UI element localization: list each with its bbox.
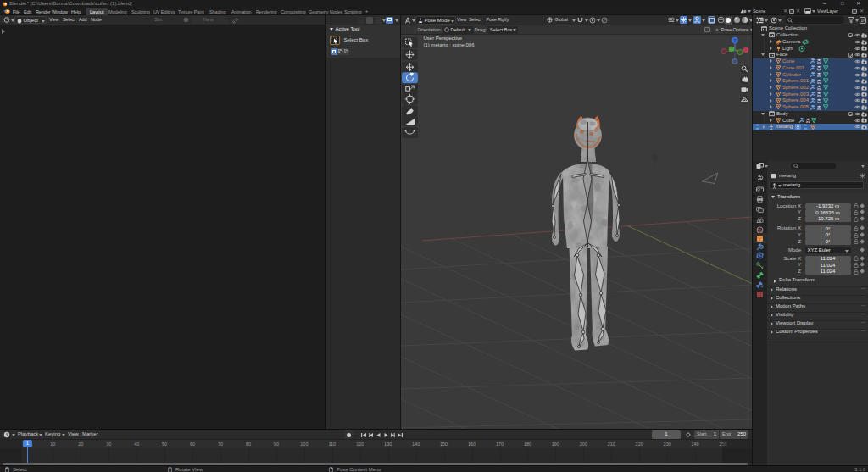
svg-text:Z: Z (733, 38, 736, 43)
